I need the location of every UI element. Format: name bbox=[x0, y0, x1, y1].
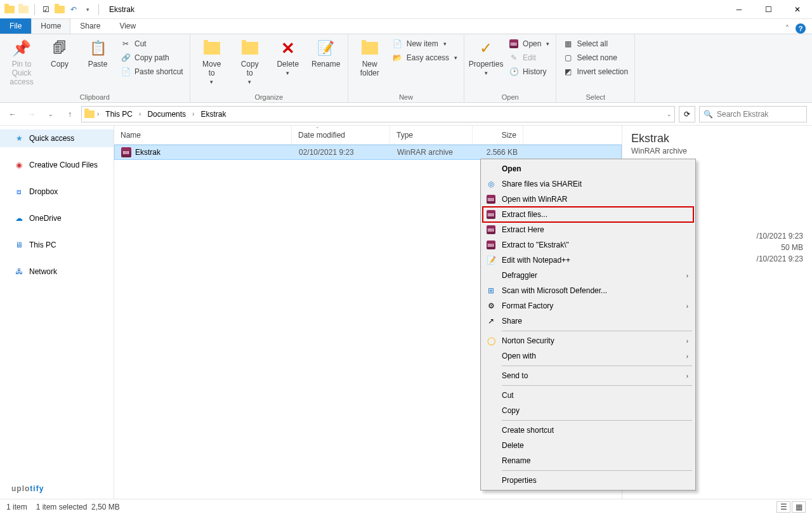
context-rename[interactable]: Rename bbox=[483, 453, 693, 468]
column-type[interactable]: Type bbox=[390, 126, 473, 144]
history-button[interactable]: 🕑History bbox=[506, 66, 552, 77]
copy-to-button[interactable]: Copy to▾ bbox=[232, 36, 268, 85]
sidebar-item-quick-access[interactable]: ★Quick access bbox=[0, 129, 114, 147]
back-button[interactable]: ← bbox=[5, 107, 20, 122]
sort-indicator-icon: ˄ bbox=[316, 126, 319, 133]
crumb-documents[interactable]: Documents bbox=[143, 109, 190, 120]
status-item-count: 1 item bbox=[6, 503, 27, 511]
move-to-button[interactable]: Move to▾ bbox=[194, 36, 230, 85]
forward-button[interactable]: → bbox=[24, 107, 39, 122]
tab-share[interactable]: Share bbox=[70, 18, 110, 34]
refresh-button[interactable]: ⟳ bbox=[679, 106, 695, 122]
cut-button[interactable]: ✂Cut bbox=[118, 38, 186, 49]
separator bbox=[502, 331, 692, 331]
context-defraggler[interactable]: Defraggler› bbox=[483, 268, 693, 283]
select-none-button[interactable]: ▢Select none bbox=[560, 52, 631, 63]
help-icon[interactable]: ? bbox=[796, 23, 806, 34]
paste-button[interactable]: 📋 Paste bbox=[80, 36, 115, 69]
sidebar: ★Quick access ◉Creative Cloud Files ⧈Dro… bbox=[0, 126, 114, 499]
maximize-button[interactable]: ☐ bbox=[754, 0, 783, 19]
context-cut[interactable]: Cut bbox=[483, 388, 693, 403]
context-copy[interactable]: Copy bbox=[483, 403, 693, 418]
select-all-button[interactable]: ▦Select all bbox=[560, 38, 631, 49]
delete-button[interactable]: ✕Delete▾ bbox=[270, 36, 306, 76]
invert-selection-button[interactable]: ◩Invert selection bbox=[560, 66, 631, 77]
context-shareit[interactable]: ◎Share files via SHAREit bbox=[483, 176, 693, 192]
context-extract-files[interactable]: Extract files... bbox=[483, 207, 693, 222]
context-notepad[interactable]: 📝Edit with Notepad++ bbox=[483, 253, 693, 268]
context-open-with[interactable]: Open with› bbox=[483, 348, 693, 364]
address-bar-row: ← → ⌄ ↑ › This PC › Documents › Ekstrak … bbox=[0, 103, 812, 126]
table-row[interactable]: Ekstrak 02/10/2021 9:23 WinRAR archive 2… bbox=[114, 145, 622, 160]
chevron-right-icon[interactable]: › bbox=[138, 110, 142, 117]
sidebar-item-thispc[interactable]: 🖥This PC bbox=[0, 236, 114, 254]
ribbon: 📌 Pin to Quick access 🗐 Copy 📋 Paste ✂Cu… bbox=[0, 34, 812, 103]
breadcrumb[interactable]: › This PC › Documents › Ekstrak ⌄ bbox=[81, 106, 675, 122]
view-large-button[interactable]: ▦ bbox=[792, 501, 806, 513]
column-name[interactable]: Name bbox=[114, 126, 292, 144]
context-delete[interactable]: Delete bbox=[483, 438, 693, 453]
sidebar-item-network[interactable]: 🖧Network bbox=[0, 263, 114, 280]
separator bbox=[502, 470, 692, 471]
group-label-select: Select bbox=[560, 92, 631, 102]
close-button[interactable]: ✕ bbox=[783, 0, 812, 19]
context-format-factory[interactable]: ⚙Format Factory› bbox=[483, 298, 693, 313]
context-send-to[interactable]: Send to› bbox=[483, 368, 693, 383]
qat-dropdown-icon[interactable]: ▾ bbox=[82, 4, 93, 15]
context-create-shortcut[interactable]: Create shortcut bbox=[483, 423, 693, 438]
new-folder-button[interactable]: New folder bbox=[352, 36, 388, 77]
context-extract-here[interactable]: Extract Here bbox=[483, 222, 693, 237]
column-date[interactable]: Date modified bbox=[292, 126, 390, 144]
context-open-winrar[interactable]: Open with WinRAR bbox=[483, 192, 693, 207]
pin-quick-access-button[interactable]: 📌 Pin to Quick access bbox=[4, 36, 39, 86]
context-share[interactable]: ↗Share bbox=[483, 313, 693, 329]
up-button[interactable]: ↑ bbox=[62, 107, 77, 122]
minimize-button[interactable]: ─ bbox=[724, 0, 754, 19]
tab-view[interactable]: View bbox=[110, 18, 145, 34]
easy-access-button[interactable]: 📂Easy access▾ bbox=[390, 52, 460, 63]
search-input[interactable]: 🔍 Search Ekstrak bbox=[699, 106, 807, 122]
sidebar-item-onedrive[interactable]: ☁OneDrive bbox=[0, 209, 114, 227]
chevron-right-icon[interactable]: › bbox=[96, 110, 100, 117]
sidebar-item-dropbox[interactable]: ⧈Dropbox bbox=[0, 183, 114, 201]
column-size[interactable]: Size bbox=[473, 126, 523, 144]
tab-file[interactable]: File bbox=[0, 18, 31, 34]
easy-access-icon: 📂 bbox=[393, 53, 403, 63]
new-item-button[interactable]: 📄New item▾ bbox=[390, 38, 460, 49]
copy-button[interactable]: 🗐 Copy bbox=[42, 36, 77, 69]
qat-properties-icon[interactable]: ☑ bbox=[40, 4, 51, 15]
undo-icon[interactable]: ↶ bbox=[68, 4, 79, 15]
column-headers[interactable]: Name Date modified Type Size bbox=[114, 126, 622, 145]
paste-shortcut-button[interactable]: 📄Paste shortcut bbox=[118, 66, 186, 77]
shareit-icon: ◎ bbox=[485, 178, 497, 190]
shortcut-icon: 📄 bbox=[121, 67, 131, 77]
collapse-ribbon-icon[interactable]: ˄ bbox=[785, 24, 789, 33]
invert-icon: ◩ bbox=[563, 67, 573, 77]
context-norton[interactable]: ◯Norton Security› bbox=[483, 333, 693, 348]
open-button[interactable]: Open▾ bbox=[506, 38, 552, 49]
context-extract-to[interactable]: Extract to "Ekstrak\" bbox=[483, 237, 693, 253]
context-properties[interactable]: Properties bbox=[483, 473, 693, 488]
properties-button[interactable]: ✓Properties▾ bbox=[468, 36, 504, 76]
sidebar-item-creative-cloud[interactable]: ◉Creative Cloud Files bbox=[0, 156, 114, 174]
folder-icon[interactable] bbox=[54, 4, 65, 15]
folder-icon bbox=[18, 4, 29, 15]
tab-home[interactable]: Home bbox=[31, 18, 70, 34]
factory-icon: ⚙ bbox=[485, 300, 497, 312]
crumb-ekstrak[interactable]: Ekstrak bbox=[197, 109, 230, 120]
chevron-down-icon[interactable]: ⌄ bbox=[667, 111, 672, 117]
rar-icon bbox=[485, 224, 497, 235]
copy-path-button[interactable]: 🔗Copy path bbox=[118, 52, 186, 63]
crumb-this-pc[interactable]: This PC bbox=[102, 109, 136, 120]
context-open[interactable]: Open bbox=[483, 161, 693, 176]
chevron-right-icon[interactable]: › bbox=[191, 110, 195, 117]
search-placeholder: Search Ekstrak bbox=[717, 110, 768, 119]
rename-button[interactable]: 📝Rename bbox=[308, 36, 344, 69]
recent-dropdown[interactable]: ⌄ bbox=[43, 107, 58, 122]
notepad-icon: 📝 bbox=[485, 254, 497, 266]
details-subtitle: WinRAR archive bbox=[631, 147, 803, 155]
context-defender[interactable]: ⊞Scan with Microsoft Defender... bbox=[483, 283, 693, 298]
group-label-organize: Organize bbox=[194, 92, 344, 102]
view-details-button[interactable]: ☰ bbox=[776, 501, 790, 513]
edit-button[interactable]: ✎Edit bbox=[506, 52, 552, 63]
